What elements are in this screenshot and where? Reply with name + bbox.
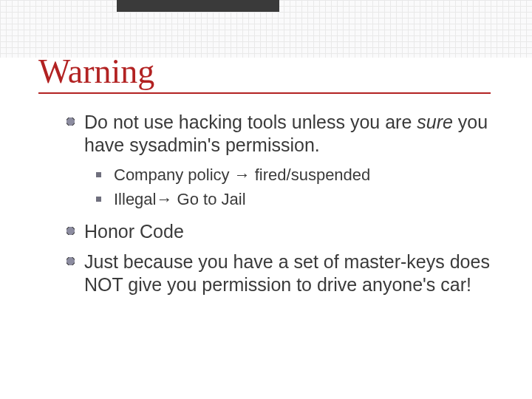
diamond-bullet-icon	[66, 227, 75, 235]
sub-bullet-list: Company policy → fired/suspended Illegal…	[96, 165, 495, 210]
svg-rect-2	[66, 257, 75, 265]
svg-rect-1	[66, 227, 75, 235]
arrow-icon: →	[156, 190, 172, 208]
header-grid-decoration	[0, 0, 532, 58]
sub-text-post: Go to Jail	[172, 190, 245, 208]
bullet-text: Just because you have a set of master-ke…	[84, 251, 490, 295]
diamond-bullet-icon	[66, 117, 75, 126]
arrow-icon: →	[234, 166, 250, 184]
bullet-item: Honor Code	[66, 220, 495, 243]
sub-bullet-item: Illegal→ Go to Jail	[96, 189, 495, 210]
bullet-text-pre: Do not use hacking tools unless you are	[84, 112, 417, 132]
bullet-item: Do not use hacking tools unless you are …	[66, 111, 495, 157]
bullet-text: Honor Code	[84, 221, 184, 242]
slide-body: Do not use hacking tools unless you are …	[66, 111, 495, 304]
svg-rect-0	[66, 117, 75, 126]
sub-text-pre: Company policy	[114, 166, 234, 184]
sub-text-pre: Illegal	[114, 190, 156, 208]
sub-text-post: fired/suspended	[250, 166, 371, 184]
bullet-item: Just because you have a set of master-ke…	[66, 250, 495, 297]
bullet-text-emph: sure	[417, 112, 453, 132]
slide: { "title": "Warning", "bullets": { "b1":…	[0, 0, 532, 399]
square-bullet-icon	[96, 172, 101, 177]
square-bullet-icon	[96, 197, 101, 202]
slide-title: Warning	[38, 52, 491, 94]
sub-bullet-item: Company policy → fired/suspended	[96, 165, 495, 185]
diamond-bullet-icon	[66, 257, 75, 265]
